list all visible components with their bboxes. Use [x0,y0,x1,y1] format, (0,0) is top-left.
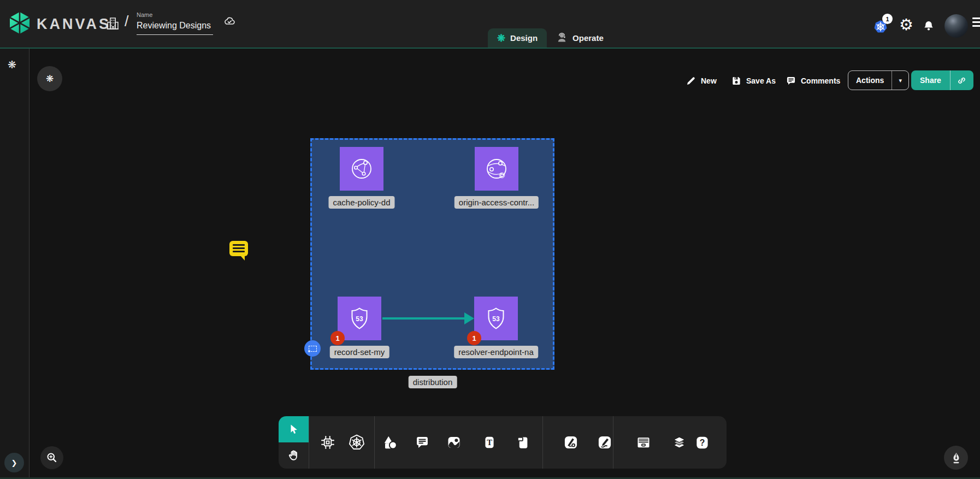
cloudfront-cache-policy-icon [347,155,376,183]
text-tool[interactable]: T [479,431,500,453]
magnifier-plus-icon [45,451,58,464]
node-origin-access-control[interactable]: origin-access-contr... [475,147,518,191]
comment-tool-icon [415,435,430,450]
notifications-bell-icon[interactable] [922,19,935,36]
dashed-rect-icon [309,346,317,352]
pen-path-icon [563,435,578,450]
svg-text:53: 53 [492,315,500,323]
bottom-toolbar: T [279,416,727,469]
canvas-settings-button[interactable]: ❋ [37,66,62,91]
route53-resolver-icon: 53 [482,304,510,333]
comment-bubble-icon [786,75,796,86]
pen-mode-button[interactable] [944,446,968,470]
chevron-right-icon: ❯ [11,459,17,467]
shapes-icon [382,434,399,451]
group-select-handle[interactable] [304,340,321,357]
workspace-flower-icon[interactable]: ❋ [8,58,16,71]
share-button[interactable]: Share [911,70,973,90]
error-count-badge: 1 [330,331,345,345]
connection-arrow[interactable] [382,317,465,320]
pencil-scribble-icon [597,435,612,450]
comment-marker[interactable] [227,238,250,263]
comment-tool[interactable] [411,431,433,453]
comment-marker-icon [227,238,250,261]
svg-text:?: ? [699,438,705,447]
user-avatar[interactable] [944,14,968,38]
actions-label[interactable]: Actions [848,71,892,90]
chip-icon [320,434,336,451]
name-field-label: Name [137,11,213,18]
tab-operate[interactable]: Operate [547,28,613,48]
image-tool[interactable] [443,431,465,453]
card-tool[interactable] [512,431,534,453]
cloudfront-origin-access-icon [482,155,511,183]
share-label[interactable]: Share [911,70,950,90]
organization-building-icon[interactable] [105,15,120,34]
svg-text:53: 53 [356,315,363,323]
svg-text:T: T [487,438,492,447]
text-tool-icon: T [482,435,497,450]
node-label[interactable]: resolver-endpoint-na [454,346,538,358]
layers-icon [671,435,687,451]
node-record-set[interactable]: 53 1 record-set-my [338,297,381,340]
help-tool[interactable]: ? [691,431,713,453]
design-name-block: Name [137,11,213,35]
pan-hand-tool[interactable] [279,442,309,469]
left-sidebar [0,49,29,479]
new-button[interactable]: New [686,71,717,91]
image-icon [446,435,462,450]
select-tool[interactable] [279,416,309,442]
archive-tool[interactable] [633,431,654,453]
group-label[interactable]: distribution [409,376,457,388]
cursor-arrow-icon [288,423,300,435]
gear-flower-icon: ❋ [46,73,54,85]
pencil-draw-tool[interactable] [594,431,616,453]
hand-icon [287,449,300,462]
connection-arrowhead [464,312,474,324]
drawer-archive-icon [636,435,651,450]
tab-operate-label: Operate [572,33,604,43]
cloud-synced-icon [222,15,237,31]
sidebar-expand-button[interactable]: ❯ [4,453,24,472]
breadcrumb-slash: / [125,13,129,30]
actions-dropdown-toggle[interactable]: ▾ [892,71,908,90]
node-cache-policy[interactable]: cache-policy-dd [340,147,383,191]
pen-nib-icon [949,451,963,465]
design-flower-icon: ❋ [497,33,505,43]
kanvas-logo[interactable]: KANVAS [8,11,111,37]
kanvas-hexagon-icon [8,11,32,37]
question-mark-icon: ? [695,435,710,450]
design-name-input[interactable] [137,20,213,35]
mode-tabs: ❋ Design Operate [488,28,613,48]
copy-link-button[interactable] [950,70,973,90]
save-as-button[interactable]: Save As [731,71,776,91]
kanvas-app: KANVAS / Name ❋ [0,0,980,479]
node-label[interactable]: origin-access-contr... [454,196,539,209]
kubernetes-tool[interactable] [346,431,368,453]
save-as-label: Save As [746,76,776,85]
node-label[interactable]: record-set-my [330,346,389,358]
route53-record-set-icon: 53 [345,304,374,333]
error-count-badge: 1 [467,331,481,345]
operate-person-headset-icon [556,32,568,45]
settings-gear-icon[interactable]: ⚙ [899,17,913,33]
node-label[interactable]: cache-policy-dd [328,196,394,209]
comments-label: Comments [801,76,840,85]
logo-wordmark: KANVAS [37,16,111,33]
integrations-chip-tool[interactable] [317,431,339,453]
new-label: New [701,76,717,85]
tab-design[interactable]: ❋ Design [488,28,547,48]
shapes-tool[interactable] [380,431,402,453]
card-note-icon [516,435,530,450]
pencil-icon [686,75,696,86]
pen-path-tool[interactable] [560,431,582,453]
layers-tool[interactable] [668,431,690,453]
actions-button[interactable]: Actions ▾ [848,70,909,90]
node-resolver-endpoint[interactable]: 53 1 resolver-endpoint-na [474,297,518,340]
canvas-top-border [0,48,980,49]
comments-button[interactable]: Comments [786,71,840,91]
zoom-in-button[interactable] [40,446,63,469]
app-header: KANVAS / Name ❋ [0,0,980,48]
menu-hamburger-icon[interactable] [972,17,980,29]
kubernetes-helm-icon [348,434,365,451]
